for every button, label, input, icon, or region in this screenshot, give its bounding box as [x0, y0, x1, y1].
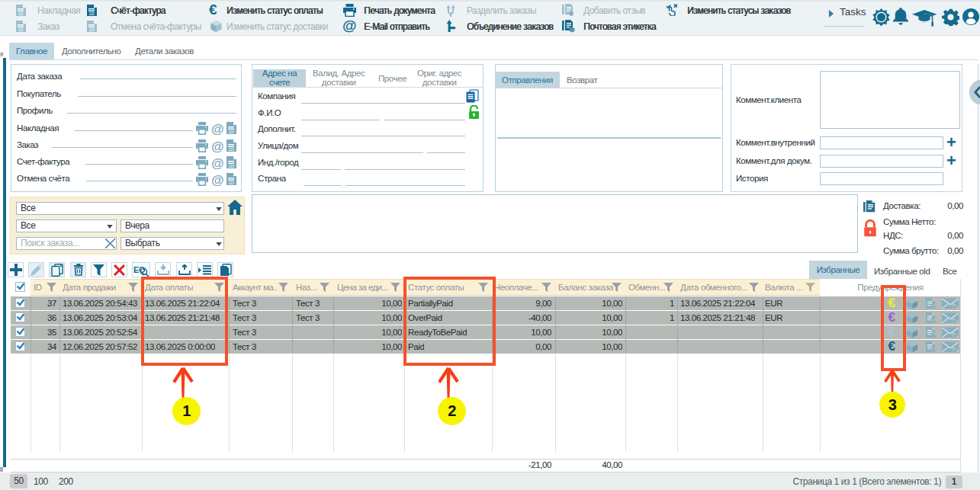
svg-text:123: 123	[89, 12, 95, 16]
svg-text:123: 123	[229, 148, 235, 152]
svg-text:123: 123	[18, 12, 24, 16]
svg-text:123: 123	[89, 28, 95, 32]
svg-text:@: @	[211, 156, 223, 169]
svg-text:123: 123	[18, 28, 24, 32]
svg-text:@: @	[211, 139, 223, 152]
svg-text:EQ: EQ	[133, 265, 146, 274]
svg-text:123: 123	[229, 130, 235, 134]
svg-text:123: 123	[229, 165, 235, 168]
svg-text:@: @	[211, 122, 223, 135]
svg-text:@: @	[211, 173, 223, 186]
svg-text:123: 123	[229, 181, 235, 185]
